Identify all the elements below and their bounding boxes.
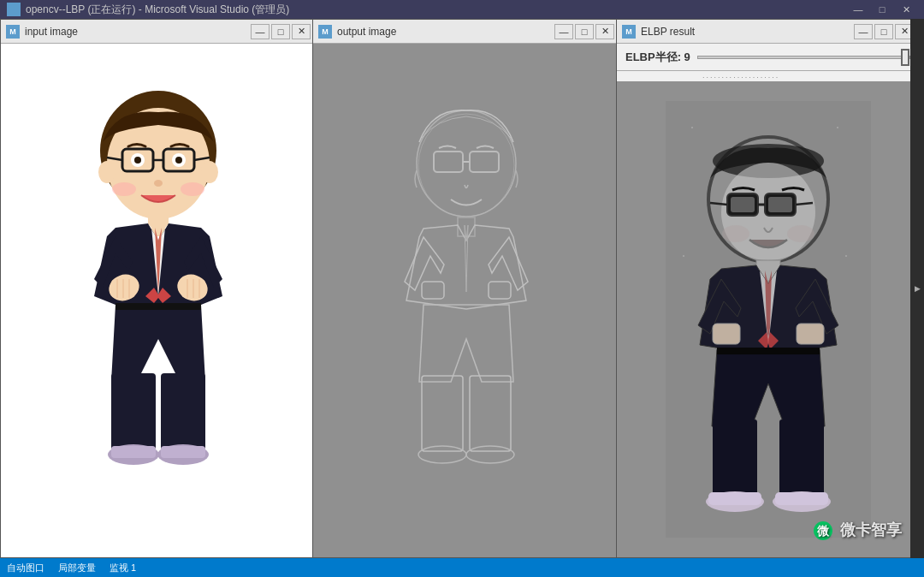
watermark-icon: 微 [814,521,832,540]
statusbar-item-autoscroll[interactable]: 自动图口 [7,562,44,574]
vs-title: opencv--LBP (正在运行) - Microsoft Visual St… [26,3,847,17]
svg-rect-1 [15,3,20,9]
svg-point-19 [112,182,136,196]
opencv-area: M input image — □ ✕ [0,19,924,558]
input-window-title: input image [25,26,251,38]
elbp-window-title: ELBP result [641,26,854,38]
elbp-result-figure [666,101,871,538]
svg-rect-2 [8,10,13,15]
svg-rect-0 [8,3,13,9]
input-close-button[interactable]: ✕ [292,24,311,39]
elbp-window-controls: — □ ✕ [854,24,914,39]
svg-point-16 [134,157,141,164]
svg-rect-73 [713,324,740,344]
svg-rect-85 [845,255,847,257]
elbp-slider-container [697,50,910,65]
output-close-button[interactable]: ✕ [595,24,614,39]
watermark: 微 微卡智享 [814,520,902,540]
right-edge-panel: ▶ [910,19,924,558]
svg-rect-66 [768,197,792,212]
output-content [313,44,619,557]
input-maximize-button[interactable]: □ [271,24,290,39]
input-content [1,44,316,557]
svg-point-8 [201,161,218,183]
elbp-slider-thumb[interactable] [901,49,909,66]
svg-rect-37 [111,446,156,458]
elbp-controls-bar: ELBP半径: 9 [617,44,919,71]
output-window-icon: M [318,25,332,39]
svg-rect-81 [775,492,828,505]
output-lbp-display [313,44,619,557]
statusbar-item-watch[interactable]: 监视 1 [110,562,136,574]
svg-rect-75 [717,348,820,354]
input-window-controls: — □ ✕ [251,24,311,39]
svg-rect-3 [15,10,20,15]
input-cartoon-figure [56,57,261,544]
output-lbp-figure [372,61,560,540]
svg-point-18 [154,180,163,187]
elbp-radius-label: ELBP半径: 9 [625,50,690,65]
svg-rect-77 [779,419,824,498]
output-window: M output image — □ ✕ [312,19,620,558]
svg-point-17 [175,157,182,164]
svg-rect-82 [691,127,693,128]
vs-window-controls: — □ ✕ [847,2,917,17]
vs-titlebar: opencv--LBP (正在运行) - Microsoft Visual St… [0,0,924,19]
svg-rect-33 [111,373,156,450]
elbp-content: 微 微卡智享 [617,81,919,557]
svg-rect-39 [372,61,560,540]
elbp-titlebar: M ELBP result — □ ✕ [617,20,919,44]
watermark-text: 微卡智享 [840,521,902,538]
input-window: M input image — □ ✕ [0,19,317,558]
elbp-result-display [617,81,919,557]
input-image-display [1,44,316,557]
svg-rect-80 [708,492,761,505]
output-maximize-button[interactable]: □ [575,24,594,39]
elbp-minimize-button[interactable]: — [854,24,873,39]
svg-point-70 [722,225,749,242]
vs-maximize-button[interactable]: □ [871,2,893,17]
output-window-title: output image [337,26,554,38]
elbp-window: M ELBP result — □ ✕ ELBP半径: 9 [616,19,920,558]
svg-point-71 [787,225,814,242]
vs-statusbar: 自动图口 局部变量 监视 1 [0,558,924,577]
svg-rect-32 [116,303,201,310]
output-titlebar: M output image — □ ✕ [313,20,619,44]
vs-close-button[interactable]: ✕ [895,2,917,17]
statusbar-item-locals[interactable]: 局部变量 [58,562,96,574]
svg-rect-84 [683,255,684,257]
svg-rect-38 [161,446,205,458]
elbp-window-icon: M [622,25,636,39]
elbp-maximize-button[interactable]: □ [874,24,893,39]
svg-point-7 [98,161,116,183]
svg-rect-34 [161,373,205,450]
svg-point-20 [181,182,204,196]
output-minimize-button[interactable]: — [554,24,573,39]
svg-rect-74 [797,324,824,344]
input-titlebar: M input image — □ ✕ [1,20,316,44]
right-panel-label: ▶ [913,284,921,293]
input-window-icon: M [6,25,20,39]
svg-rect-76 [713,419,757,498]
vs-minimize-button[interactable]: — [847,2,869,17]
svg-rect-83 [837,127,838,128]
input-minimize-button[interactable]: — [251,24,270,39]
elbp-slider-track [697,56,910,59]
output-window-controls: — □ ✕ [554,24,614,39]
elbp-tick-marks: . . . . . . . . . . . . . . . . . [702,71,910,80]
main-area: M input image — □ ✕ [0,19,924,558]
vs-icon [7,3,21,16]
svg-rect-65 [731,197,755,212]
